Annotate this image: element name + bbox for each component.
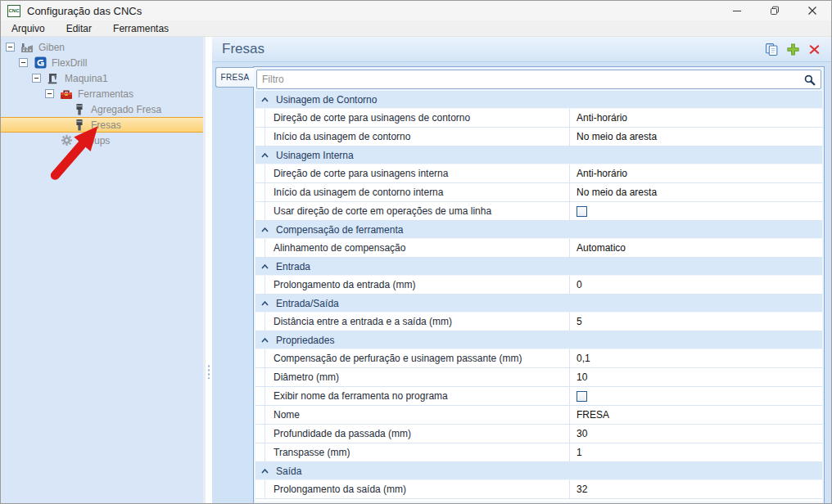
row-gutter [255,480,265,498]
property-label: Profundidade da passada (mm) [265,425,570,443]
collapse-expander-icon[interactable] [6,43,15,52]
panel-toolbar [765,43,821,56]
property-value[interactable]: Automatico [570,239,822,257]
row-gutter [255,406,265,424]
row-gutter [255,443,265,461]
row-gutter [255,202,265,220]
property-label: Diâmetro (mm) [265,368,570,386]
row-gutter [255,425,265,443]
row-gutter [255,349,265,367]
collapse-expander-icon[interactable] [19,58,28,67]
chevron-up-icon [261,153,269,158]
property-section-header[interactable]: Compensação de ferramenta [255,221,822,239]
chevron-up-icon [261,264,269,269]
property-value[interactable]: No meio da aresta [570,183,822,201]
property-value[interactable]: 0,1 [570,349,822,367]
splitter-grip-icon [207,364,210,379]
property-row: Distância entre a entrada e a saída (mm)… [255,313,822,331]
property-label: Usar direção de corte em operações de um… [265,202,570,220]
property-row: Alinhamento de compensação Automatico [255,239,822,258]
property-value[interactable]: FRESA [570,406,822,424]
tree-item[interactable]: Ferramentas [1,86,203,101]
property-row: Nome FRESA [255,406,822,425]
menu-item[interactable]: Arquivo [1,21,56,36]
property-row: Exibir nome da ferramenta no programa [255,387,822,406]
property-row: Prolongamento da entrada (mm) 0 [255,276,822,295]
tree-item[interactable]: Maquina1 [1,70,203,86]
row-gutter [255,128,265,146]
panel-splitter[interactable] [206,37,212,504]
restore-button[interactable] [756,1,794,20]
section-label: Entrada [276,261,310,272]
property-row: Profundidade da passada (mm) 30 [255,425,822,443]
chevron-up-icon [261,469,269,474]
tree-item[interactable]: Fresas [1,117,203,133]
filter-input[interactable] [262,74,798,85]
property-label: Exibir nome da ferramenta no programa [265,387,570,405]
tree-item-label: FlexDrill [52,57,87,69]
tree-item[interactable]: Agregado Fresa [1,101,203,117]
copy-icon[interactable] [765,43,779,56]
tab-strip: FRESA [212,62,253,504]
chevron-up-icon [261,227,269,232]
property-row: Início da usinagem de contorno No meio d… [255,128,822,146]
panel-body: FRESA Usinagem de Contorno Direção de co… [212,62,831,504]
configuration-tree: Giben FlexDrill Maquina1 Ferramentas Agr… [1,37,206,504]
property-value[interactable]: 30 [570,425,822,443]
property-value[interactable]: 5 [570,313,822,331]
fresas-panel: Fresas FRESA Usinagem de Contorn [212,37,831,504]
add-icon[interactable] [786,43,800,56]
row-gutter [255,109,265,127]
chevron-up-icon [261,301,269,306]
property-section-header[interactable]: Entrada [255,258,822,276]
row-gutter [255,387,265,405]
tool-bit-icon [73,119,86,132]
section-label: Usinagem Interna [276,150,354,161]
row-gutter [255,368,265,386]
app-window: CNC Configuração das CNCs ArquivoEditarF… [0,0,832,504]
app-icon: CNC [7,5,20,17]
property-value[interactable]: Anti-horário [570,109,822,127]
property-row: Direção de corte para usinagens de conto… [255,109,822,128]
delete-icon[interactable] [807,43,821,56]
collapse-expander-icon[interactable] [45,89,54,98]
property-section-header[interactable]: Propriedades [255,331,822,349]
property-value[interactable]: 0 [570,276,822,294]
tree-item-label: Groups [78,135,110,146]
titlebar: CNC Configuração das CNCs [1,1,831,20]
property-section-header[interactable]: Saída [255,462,822,480]
row-gutter [255,276,265,294]
section-label: Saída [276,466,301,477]
chevron-up-icon [261,97,269,102]
menu-item[interactable]: Editar [56,21,102,36]
toolbox-icon [60,88,73,101]
property-label: Alinhamento de compensação [265,239,570,257]
tree-item[interactable]: FlexDrill [1,55,203,70]
property-section-header[interactable]: Entrada/Saída [255,295,822,313]
property-label: Distância entre a entrada e a saída (mm) [265,313,570,331]
tree-item[interactable]: Giben [1,39,203,55]
tree-item-label: Giben [38,42,65,53]
tree-item-label: Fresas [91,119,121,131]
collapse-expander-icon[interactable] [32,74,41,83]
close-button[interactable] [794,1,831,20]
factory-icon [20,41,34,54]
window-controls [718,1,831,20]
row-gutter [255,313,265,331]
search-icon[interactable] [803,74,816,86]
minimize-button[interactable] [718,1,756,20]
checkbox[interactable] [577,391,587,402]
property-section-header[interactable]: Usinagem de Contorno [255,91,822,109]
tree-item[interactable]: Groups [1,133,203,148]
property-value[interactable]: 32 [570,480,822,498]
property-value[interactable]: 10 [570,368,822,386]
property-section-header[interactable]: Usinagem Interna [255,146,822,164]
menu-item[interactable]: Ferramentas [102,21,179,36]
property-label: Prolongamento da saída (mm) [265,480,570,498]
property-label: Transpasse (mm) [265,443,570,461]
checkbox[interactable] [577,206,587,217]
property-value[interactable]: No meio da aresta [570,128,822,146]
property-value[interactable]: 1 [570,443,822,461]
tab-fresa[interactable]: FRESA [215,67,254,88]
property-value[interactable]: Anti-horário [570,164,822,182]
